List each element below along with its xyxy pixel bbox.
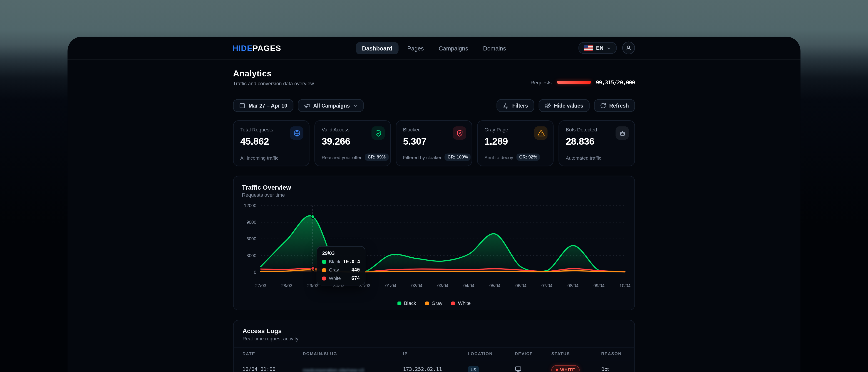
chart-title: Traffic Overview bbox=[242, 184, 626, 191]
stat-subtitle: Reached your offer bbox=[321, 154, 362, 160]
device-cell bbox=[515, 366, 551, 372]
controls-right: Filters Hide values Refresh bbox=[497, 99, 635, 112]
stat-card-valid-access: Valid Access 39.266 Reached your offer C… bbox=[314, 120, 391, 166]
column-header-ip: IP bbox=[403, 351, 468, 356]
shield-x-icon bbox=[453, 126, 466, 140]
page-subtitle: Traffic and conversion data overview bbox=[233, 81, 314, 86]
svg-text:6000: 6000 bbox=[246, 236, 256, 241]
filters-label: Filters bbox=[512, 103, 528, 109]
main-nav: Dashboard Pages Campaigns Domains bbox=[356, 42, 512, 54]
campaigns-label: All Campaigns bbox=[313, 103, 350, 109]
stat-subtitle: Sent to decoy bbox=[485, 154, 513, 160]
brand-logo-part2: PAGES bbox=[252, 44, 281, 52]
refresh-label: Refresh bbox=[609, 103, 629, 109]
column-header-status: STATUS bbox=[551, 351, 601, 356]
column-header-reason: REASON bbox=[601, 351, 625, 356]
nav-item-campaigns[interactable]: Campaigns bbox=[433, 42, 474, 54]
top-right-actions: EN bbox=[579, 41, 635, 54]
brand-logo-part1: HIDE bbox=[232, 44, 252, 52]
main-content: Analytics Traffic and conversion data ov… bbox=[233, 69, 635, 372]
tooltip-date: 29/03 bbox=[322, 251, 360, 256]
svg-text:09/04: 09/04 bbox=[593, 283, 604, 288]
us-flag-icon bbox=[584, 45, 593, 51]
svg-text:12000: 12000 bbox=[244, 203, 256, 208]
black-series-chip bbox=[397, 301, 401, 305]
nav-item-dashboard[interactable]: Dashboard bbox=[356, 42, 398, 54]
refresh-button[interactable]: Refresh bbox=[594, 99, 635, 112]
language-code: EN bbox=[596, 45, 603, 51]
controls-row: Mar 27 – Apr 10 All Campaigns Filters bbox=[233, 99, 635, 112]
log-ip: 173.252.82.11 bbox=[403, 366, 468, 372]
traffic-overview-card: Traffic Overview Requests over time 0300… bbox=[233, 176, 635, 310]
gray-series-chip bbox=[425, 301, 429, 305]
stat-subtitle: Automated traffic bbox=[566, 155, 601, 161]
date-range-button[interactable]: Mar 27 – Apr 10 bbox=[233, 99, 293, 112]
chart-subtitle: Requests over time bbox=[242, 192, 626, 198]
refresh-icon bbox=[600, 103, 606, 109]
traffic-chart[interactable]: 03000600090001200027/0328/0329/0330/0331… bbox=[242, 201, 627, 289]
page-head: Analytics Traffic and conversion data ov… bbox=[233, 69, 635, 86]
filters-button[interactable]: Filters bbox=[497, 99, 534, 112]
location-badge: US bbox=[468, 366, 479, 372]
calendar-icon bbox=[239, 103, 245, 109]
stat-card-gray-page: Gray Page 1.289 Sent to decoy CR: 92% bbox=[477, 120, 554, 166]
logs-table-header: DATE DOMAIN/SLUG IP LOCATION DEVICE STAT… bbox=[234, 347, 634, 360]
legend-item-black[interactable]: Black bbox=[397, 301, 416, 306]
page-title: Analytics bbox=[233, 69, 314, 79]
eye-off-icon bbox=[545, 103, 551, 109]
requests-meter-bar bbox=[557, 81, 591, 83]
requests-meter-label: Requests bbox=[530, 80, 552, 85]
top-bar: HIDEPAGES Dashboard Pages Campaigns Doma… bbox=[67, 37, 800, 60]
screen: HIDEPAGES Dashboard Pages Campaigns Doma… bbox=[0, 0, 868, 372]
stat-card-blocked: Blocked 5.307 Filtered by cloaker CR: 10… bbox=[396, 120, 472, 166]
app-window: HIDEPAGES Dashboard Pages Campaigns Doma… bbox=[67, 37, 800, 372]
column-header-date: DATE bbox=[243, 351, 303, 356]
chevron-down-icon bbox=[607, 46, 611, 50]
requests-meter: Requests 99,315/20,000 bbox=[530, 79, 635, 86]
user-menu-button[interactable] bbox=[622, 41, 635, 54]
stat-card-bots-detected: Bots Detected 28.836 Automated traffic bbox=[558, 120, 635, 166]
svg-text:03/04: 03/04 bbox=[437, 283, 448, 288]
date-range-label: Mar 27 – Apr 10 bbox=[248, 103, 287, 109]
chart-tooltip: 29/03 Black 10.014 Gray 440 White bbox=[317, 246, 365, 285]
legend-item-white[interactable]: White bbox=[451, 301, 471, 306]
hide-values-button[interactable]: Hide values bbox=[538, 99, 589, 112]
svg-text:08/04: 08/04 bbox=[567, 283, 579, 288]
gray-series-chip bbox=[322, 268, 326, 272]
svg-text:04/04: 04/04 bbox=[463, 283, 474, 288]
svg-text:9000: 9000 bbox=[246, 220, 256, 225]
svg-text:05/04: 05/04 bbox=[489, 283, 500, 288]
cr-badge: CR: 92% bbox=[517, 153, 540, 161]
stat-subtitle: All incoming traffic bbox=[240, 155, 278, 161]
logs-subtitle: Real-time request activity bbox=[243, 336, 626, 341]
column-header-device: DEVICE bbox=[515, 351, 551, 356]
svg-text:29/03: 29/03 bbox=[307, 283, 318, 288]
svg-text:0: 0 bbox=[254, 270, 256, 275]
stat-card-total-requests: Total Requests 45.862 All incoming traff… bbox=[233, 120, 309, 166]
nav-item-domains[interactable]: Domains bbox=[477, 42, 512, 54]
svg-text:06/04: 06/04 bbox=[515, 283, 526, 288]
campaigns-select[interactable]: All Campaigns bbox=[298, 99, 364, 112]
hide-values-label: Hide values bbox=[554, 103, 583, 109]
white-series-chip bbox=[322, 276, 326, 280]
chevron-down-icon bbox=[353, 104, 358, 108]
log-domain-blurred: medcorporation.site/new-v3 bbox=[303, 367, 364, 372]
tooltip-row-black: Black 10.014 bbox=[322, 259, 360, 264]
stats-row: Total Requests 45.862 All incoming traff… bbox=[233, 120, 635, 166]
access-logs-card: Access Logs Real-time request activity D… bbox=[233, 320, 635, 372]
column-header-domain: DOMAIN/SLUG bbox=[303, 351, 403, 356]
globe-icon bbox=[290, 126, 303, 140]
language-selector[interactable]: EN bbox=[579, 42, 617, 54]
user-icon bbox=[625, 45, 631, 51]
status-dot-icon bbox=[556, 369, 558, 371]
monitor-icon bbox=[515, 366, 521, 372]
svg-text:3000: 3000 bbox=[246, 253, 256, 258]
logs-title: Access Logs bbox=[243, 328, 626, 334]
svg-text:02/04: 02/04 bbox=[411, 283, 423, 288]
log-reason: Bot bbox=[601, 366, 625, 372]
log-row: 10/04 01:00 medcorporation.site/new-v3 1… bbox=[234, 360, 634, 372]
nav-item-pages[interactable]: Pages bbox=[401, 42, 430, 54]
log-date: 10/04 01:00 bbox=[243, 366, 303, 372]
svg-text:28/03: 28/03 bbox=[281, 283, 292, 288]
legend-item-gray[interactable]: Gray bbox=[425, 301, 442, 306]
